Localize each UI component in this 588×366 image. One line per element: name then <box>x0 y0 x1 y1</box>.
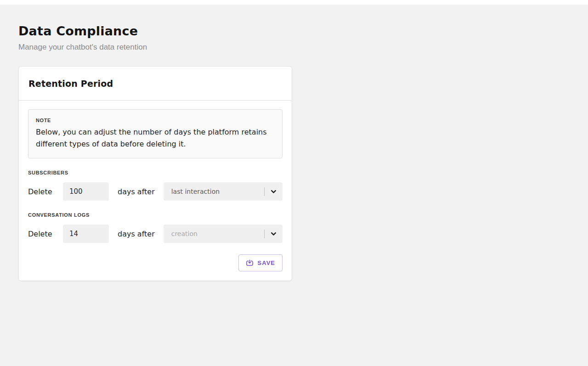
card-title: Retention Period <box>28 79 282 89</box>
retention-row-subscribers: Delete days after last interaction <box>28 182 283 201</box>
event-select-conversation-logs[interactable]: creation <box>164 225 283 243</box>
select-divider <box>264 187 265 196</box>
card-header: Retention Period <box>19 67 292 101</box>
section-label-subscribers: SUBSCRIBERS <box>28 170 283 175</box>
page-title: Data Compliance <box>18 24 570 39</box>
select-value: last interaction <box>171 188 264 195</box>
row-prefix: Delete <box>28 230 63 238</box>
save-button[interactable]: SAVE <box>238 254 283 271</box>
row-middle: days after <box>118 230 155 238</box>
days-input-conversation-logs[interactable] <box>63 225 109 243</box>
note-text: Below, you can adjust the number of days… <box>36 126 268 150</box>
page-subtitle: Manage your chatbot's data retention <box>18 43 570 52</box>
row-prefix: Delete <box>28 187 63 196</box>
note-box: NOTE Below, you can adjust the number of… <box>28 109 283 158</box>
section-label-conversation-logs: CONVERSATION LOGS <box>28 212 283 218</box>
chevron-down-icon <box>270 231 277 237</box>
select-divider <box>264 230 265 238</box>
retention-period-card: Retention Period NOTE Below, you can adj… <box>18 66 292 281</box>
top-strip <box>0 0 588 5</box>
select-value: creation <box>171 230 264 237</box>
save-row: SAVE <box>28 254 283 271</box>
chevron-down-icon <box>270 188 277 195</box>
data-compliance-page: Data Compliance Manage your chatbot's da… <box>0 5 588 281</box>
save-button-label: SAVE <box>258 259 275 266</box>
event-select-subscribers[interactable]: last interaction <box>164 182 283 201</box>
card-body: NOTE Below, you can adjust the number of… <box>19 101 292 281</box>
retention-row-conversation-logs: Delete days after creation <box>28 225 283 243</box>
row-middle: days after <box>118 187 155 196</box>
note-label: NOTE <box>36 118 275 123</box>
days-input-subscribers[interactable] <box>63 182 109 201</box>
save-icon <box>246 259 254 267</box>
